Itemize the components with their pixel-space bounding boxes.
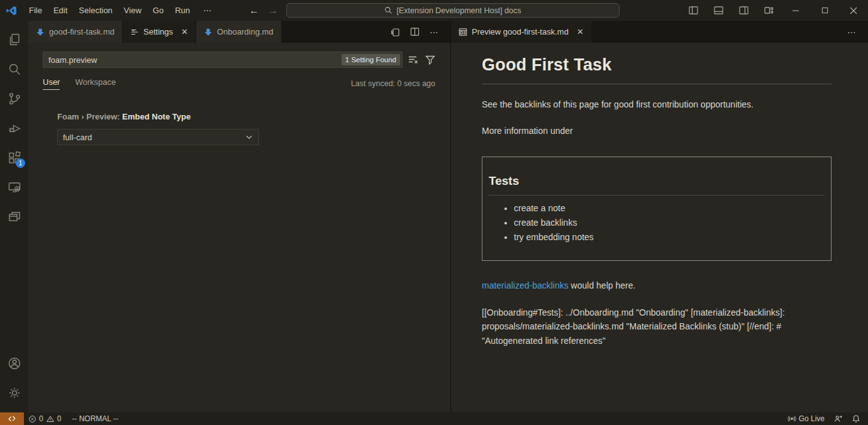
menu-selection[interactable]: Selection: [73, 0, 118, 21]
person-arrow-icon: [833, 414, 843, 423]
markdown-preview: Good First Task See the backlinks of thi…: [451, 43, 868, 412]
source-control-icon[interactable]: [0, 84, 28, 113]
clear-filters-icon[interactable]: [408, 55, 419, 65]
feedback-button[interactable]: [829, 412, 847, 425]
help-rest: would help here.: [569, 280, 636, 290]
account-icon[interactable]: [0, 348, 28, 378]
list-item: create a note: [514, 203, 825, 213]
scope-tab-workspace[interactable]: Workspace: [75, 77, 116, 89]
markdown-file-icon: [36, 28, 45, 36]
help-paragraph: materialized-backlinks would help here.: [482, 280, 832, 292]
menu-file[interactable]: File: [23, 0, 48, 21]
run-debug-icon[interactable]: [0, 113, 28, 143]
bell-icon: [852, 414, 860, 423]
warnings-count: 0: [57, 414, 62, 423]
maximize-button[interactable]: [810, 0, 839, 21]
errors-count: 0: [39, 414, 43, 423]
tab-bar-left: good-first-task.md Settings ✕ Onboarding…: [28, 21, 450, 43]
card-title-divider: [489, 195, 825, 196]
history-nav: ← →: [249, 0, 278, 21]
extensions-icon[interactable]: 1: [0, 143, 28, 172]
tab-onboarding[interactable]: Onboarding.md: [196, 21, 282, 43]
settings-searchbox: 1 Setting Found: [43, 52, 403, 68]
toggle-primary-sidebar-icon[interactable]: [681, 0, 706, 21]
editor-actions-right: ⋯: [847, 21, 868, 43]
more-actions-icon[interactable]: ⋯: [430, 27, 439, 37]
open-settings-json-icon[interactable]: [390, 27, 400, 37]
card-list: create a note create backlinks try embed…: [489, 203, 825, 242]
editor-actions-left: ⋯: [390, 21, 450, 43]
menu-run[interactable]: Run: [169, 0, 196, 21]
split-editor-icon[interactable]: [410, 27, 420, 36]
menu-view[interactable]: View: [118, 0, 147, 21]
results-count-badge: 1 Setting Found: [342, 54, 400, 65]
activity-bar: 1: [0, 21, 28, 412]
command-center-search[interactable]: [Extension Development Host] docs: [286, 3, 620, 18]
preview-intro: See the backlinks of this page for good …: [482, 99, 832, 111]
menu-edit[interactable]: Edit: [48, 0, 73, 21]
go-live-label: Go Live: [799, 414, 825, 423]
toggle-secondary-sidebar-icon[interactable]: [731, 0, 756, 21]
setting-item: Foam › Preview: Embed Note Type full-car…: [57, 112, 435, 145]
search-view-icon[interactable]: [0, 54, 28, 84]
remote-indicator[interactable]: [0, 412, 24, 425]
settings-search-icons: [408, 55, 435, 65]
preview-title: Good First Task: [482, 55, 832, 75]
menu-overflow[interactable]: ⋯: [196, 6, 219, 15]
title-bar: File Edit Selection View Go Run ⋯ ← → [E…: [0, 0, 868, 21]
materialized-backlinks-link[interactable]: materialized-backlinks: [482, 280, 569, 290]
extensions-badge: 1: [16, 158, 25, 168]
tab-label: Onboarding.md: [217, 27, 274, 36]
toggle-panel-icon[interactable]: [706, 0, 731, 21]
sync-status: Last synced: 0 secs ago: [351, 79, 435, 88]
tab-close-icon[interactable]: ✕: [181, 27, 188, 36]
notifications-button[interactable]: [847, 412, 868, 425]
window-controls: [681, 0, 868, 21]
remote-explorer-icon[interactable]: [0, 172, 28, 202]
scope-tab-user[interactable]: User: [43, 77, 60, 90]
link-references: [[Onboarding#Tests]: ../Onboarding.md "O…: [482, 306, 798, 348]
tab-close-icon[interactable]: ✕: [577, 27, 584, 36]
activity-bar-bottom: [0, 345, 28, 407]
problems-indicator[interactable]: 0 0: [24, 412, 65, 425]
tab-settings[interactable]: Settings ✕: [123, 21, 196, 43]
filter-funnel-icon[interactable]: [425, 55, 435, 65]
tab-label: good-first-task.md: [49, 27, 114, 36]
tab-label: Preview good-first-task.md: [472, 27, 569, 36]
go-live-button[interactable]: Go Live: [783, 412, 829, 425]
main-area: 1 good-first-task.md: [0, 21, 868, 412]
explorer-icon[interactable]: [0, 25, 28, 54]
minimize-button[interactable]: [781, 0, 810, 21]
menu-go[interactable]: Go: [147, 0, 169, 21]
setting-name: Embed Note Type: [122, 112, 191, 121]
setting-category: Foam › Preview:: [57, 112, 122, 121]
more-actions-icon[interactable]: ⋯: [847, 27, 857, 37]
card-title: Tests: [489, 174, 825, 188]
tab-label: Settings: [143, 27, 173, 36]
windows-panels-icon[interactable]: [0, 202, 28, 231]
settings-scope-row: User Workspace Last synced: 0 secs ago: [43, 76, 435, 91]
tab-good-first-task[interactable]: good-first-task.md: [28, 21, 123, 43]
back-arrow-icon[interactable]: ←: [249, 5, 259, 16]
settings-editor: 1 Setting Found User Workspace Last sync…: [28, 43, 450, 412]
tab-preview-good-first-task[interactable]: Preview good-first-task.md ✕: [451, 21, 592, 43]
vim-mode-indicator: -- NORMAL --: [65, 414, 125, 423]
settings-gear-icon[interactable]: [0, 378, 28, 407]
vscode-window: File Edit Selection View Go Run ⋯ ← → [E…: [0, 0, 868, 425]
embed-note-type-select[interactable]: full-card: [57, 129, 259, 145]
markdown-preview-icon: [459, 28, 467, 36]
chevron-down-icon: [245, 133, 253, 141]
select-value: full-card: [63, 133, 92, 142]
settings-editor-icon: [130, 28, 139, 36]
remote-icon: [8, 414, 16, 423]
close-window-button[interactable]: [839, 0, 868, 21]
embedded-note-card: Tests create a note create backlinks try…: [482, 157, 832, 261]
forward-arrow-icon[interactable]: →: [268, 5, 278, 16]
customize-layout-icon[interactable]: [756, 0, 781, 21]
editor-group-right: Preview good-first-task.md ✕ ⋯ Good Firs…: [451, 21, 868, 412]
warnings-icon: [46, 415, 55, 423]
list-item: try embedding notes: [514, 232, 825, 242]
preview-more-info: More information under: [482, 125, 832, 137]
vscode-logo-icon: [6, 5, 17, 16]
editor-group-left: good-first-task.md Settings ✕ Onboarding…: [28, 21, 450, 412]
